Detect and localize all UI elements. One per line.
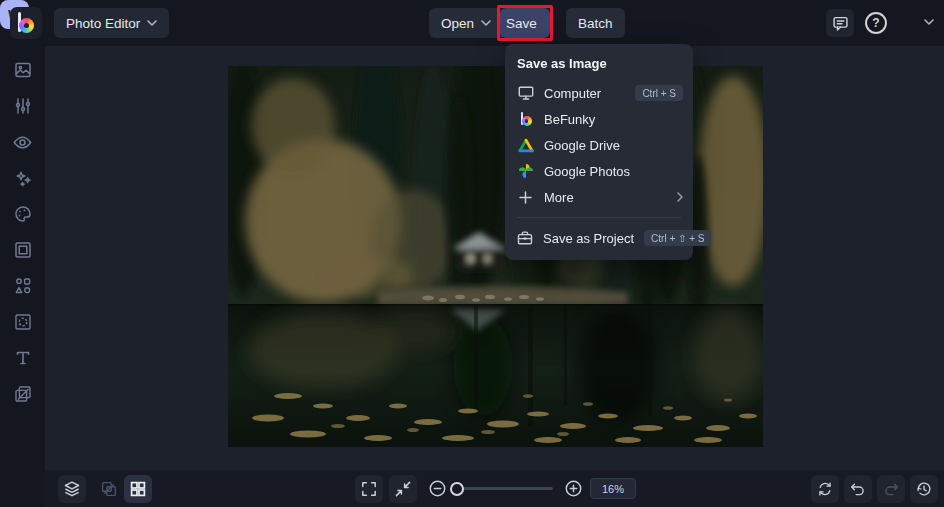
open-label: Open xyxy=(441,16,474,31)
fullscreen-button[interactable] xyxy=(355,475,383,503)
textures-duplicate-icon xyxy=(13,384,33,404)
redo-icon xyxy=(882,480,900,498)
chevron-right-icon xyxy=(677,192,683,202)
sidebar-text-button[interactable] xyxy=(0,340,45,376)
computer-icon xyxy=(518,85,534,101)
menu-item-label: Google Drive xyxy=(544,138,683,153)
google-drive-icon xyxy=(518,138,534,153)
help-icon: ? xyxy=(865,12,887,34)
flatten-button-disabled xyxy=(95,475,123,503)
sidebar-graphics-button[interactable] xyxy=(0,268,45,304)
undo-button[interactable] xyxy=(844,475,872,503)
editor-canvas xyxy=(45,46,944,470)
zoom-slider-handle[interactable] xyxy=(450,482,464,496)
batch-label: Batch xyxy=(578,16,613,31)
zoom-level-display[interactable]: 16% xyxy=(590,478,636,499)
save-button[interactable]: Save xyxy=(500,8,550,38)
menu-item-label: Google Photos xyxy=(544,164,683,179)
fit-to-screen-button[interactable] xyxy=(389,475,417,503)
save-label: Save xyxy=(506,16,537,31)
sidebar-effects-button[interactable] xyxy=(0,160,45,196)
menu-item-label: Computer xyxy=(544,86,625,101)
zoom-slider[interactable] xyxy=(452,487,553,490)
history-icon xyxy=(915,480,933,498)
menu-item-label: Save as Project xyxy=(543,231,634,246)
fullscreen-icon xyxy=(360,480,378,498)
menu-item-label: BeFunky xyxy=(544,112,683,127)
graphics-shapes-icon xyxy=(13,276,33,296)
feedback-icon xyxy=(832,15,849,32)
fit-screen-icon xyxy=(394,480,412,498)
chevron-down-icon xyxy=(481,20,491,27)
menu-item-befunky[interactable]: BeFunky xyxy=(505,106,693,132)
plus-icon xyxy=(519,191,532,204)
grid-manager-icon xyxy=(129,480,147,498)
layers-icon xyxy=(63,480,81,498)
befunky-icon xyxy=(519,112,533,127)
zoom-in-button[interactable] xyxy=(559,475,587,503)
open-button[interactable]: Open xyxy=(429,8,503,38)
shortcut-badge: Ctrl + ⇧ + S xyxy=(644,230,711,246)
top-toolbar: Photo Editor Open Save Batch ? xyxy=(0,0,944,46)
batch-button[interactable]: Batch xyxy=(566,8,625,38)
sidebar-artsy-button[interactable] xyxy=(0,196,45,232)
reset-icon xyxy=(816,480,834,498)
frames-icon xyxy=(13,240,33,260)
adjust-sliders-icon xyxy=(13,96,33,116)
overlays-icon xyxy=(13,312,33,332)
sidebar-edit-image-button[interactable] xyxy=(0,52,45,88)
artsy-palette-icon xyxy=(13,204,33,224)
shortcut-badge: Ctrl + S xyxy=(635,85,683,101)
zoom-out-button[interactable] xyxy=(423,475,451,503)
photo-editor-label: Photo Editor xyxy=(66,16,140,31)
zoom-value: 16% xyxy=(602,483,624,495)
sidebar-adjust-button[interactable] xyxy=(0,88,45,124)
menu-item-google-drive[interactable]: Google Drive xyxy=(505,132,693,158)
menu-item-computer[interactable]: Computer Ctrl + S xyxy=(505,80,693,106)
zoom-in-icon xyxy=(564,479,583,498)
menu-divider xyxy=(517,217,681,218)
sidebar-frames-button[interactable] xyxy=(0,232,45,268)
feedback-button[interactable] xyxy=(826,9,854,37)
chevron-down-icon xyxy=(147,20,157,27)
google-photos-icon xyxy=(518,163,534,179)
save-menu-header: Save as Image xyxy=(505,44,693,80)
layers-button[interactable] xyxy=(58,475,86,503)
image-manager-button[interactable] xyxy=(124,475,152,503)
history-button[interactable] xyxy=(910,475,938,503)
save-dropdown-menu: Save as Image Computer Ctrl + S BeFunky xyxy=(505,44,693,260)
help-glyph: ? xyxy=(872,16,879,30)
project-briefcase-icon xyxy=(517,230,533,246)
help-button[interactable]: ? xyxy=(862,9,890,37)
sidebar-overlays-button[interactable] xyxy=(0,304,45,340)
menu-item-label: More xyxy=(544,190,667,205)
befunky-logo[interactable] xyxy=(10,7,42,39)
sidebar-textures-button[interactable] xyxy=(0,376,45,412)
account-chevron-down-icon[interactable] xyxy=(924,19,934,26)
redo-button-disabled xyxy=(877,475,905,503)
menu-item-save-as-project[interactable]: Save as Project Ctrl + ⇧ + S xyxy=(505,225,693,251)
edit-image-icon xyxy=(13,60,33,80)
sidebar-touchup-button[interactable] xyxy=(0,124,45,160)
save-button-highlight-box: Save xyxy=(497,5,553,41)
befunky-logo-colorwheel xyxy=(19,18,34,33)
zoom-out-icon xyxy=(428,479,447,498)
menu-item-more[interactable]: More xyxy=(505,184,693,210)
tools-sidebar xyxy=(0,46,45,507)
undo-icon xyxy=(849,480,867,498)
touchup-eye-icon xyxy=(12,132,33,153)
flatten-icon xyxy=(100,480,118,498)
bottom-toolbar: 16% xyxy=(45,470,944,507)
text-icon xyxy=(13,348,33,368)
effects-sparkles-icon xyxy=(13,168,33,188)
reset-button[interactable] xyxy=(811,475,839,503)
menu-item-google-photos[interactable]: More Google Photos xyxy=(505,158,693,184)
befunky-photo-editor-window: Photo Editor Open Save Batch ? xyxy=(0,0,944,507)
photo-editor-menu-button[interactable]: Photo Editor xyxy=(54,8,169,38)
